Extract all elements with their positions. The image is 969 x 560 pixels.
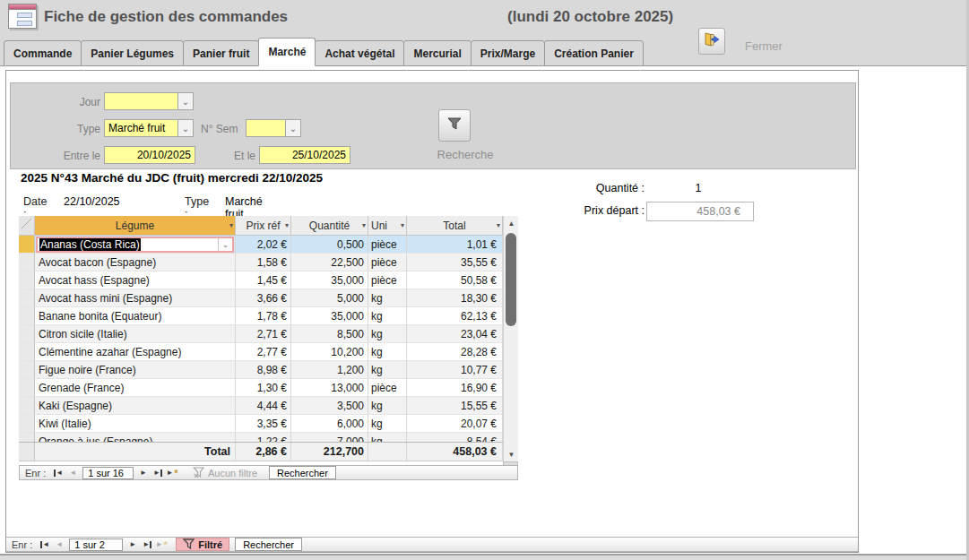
select-all-cell[interactable]: [19, 216, 35, 236]
quantity-value: 1: [680, 182, 716, 194]
main-search-input[interactable]: Rechercher: [235, 538, 302, 551]
column-header-uni[interactable]: Uni ▾: [368, 216, 407, 236]
start-price-label: Prix départ :: [490, 204, 645, 217]
scrollbar-thumb[interactable]: [506, 233, 516, 326]
table-row[interactable]: Grenade (France) 1,30 € 13,000 pièce 16,…: [19, 379, 518, 397]
table-row[interactable]: Kiwi (Italie) 3,35 € 6,000 kg 20,07 €: [19, 415, 518, 433]
search-button-label: Recherche: [411, 148, 519, 161]
funnel-icon: [183, 538, 195, 551]
tab-panier-legumes[interactable]: Panier Légumes: [81, 40, 184, 66]
search-button[interactable]: [438, 109, 471, 142]
market-datasheet: Légume ▾ Prix réf ▾ Quantité ▾ Uni ▾ Tot…: [19, 216, 518, 461]
row-selector[interactable]: [19, 236, 35, 254]
scroll-down-icon[interactable]: ▼: [504, 447, 519, 461]
next-record-button[interactable]: ►: [136, 467, 151, 478]
dropdown-arrow-icon[interactable]: ▾: [497, 221, 500, 229]
door-exit-icon: [704, 32, 720, 50]
table-row[interactable]: Clémentine azahar (Espagne) 2,77 € 10,20…: [19, 343, 518, 361]
total-prix-value: 2,86 €: [236, 443, 291, 461]
last-record-button[interactable]: ►: [151, 467, 165, 478]
no-filter-button[interactable]: Aucun filtre: [186, 466, 264, 479]
quantite-cell[interactable]: 0,500: [291, 236, 368, 254]
table-row[interactable]: Avocat hass (Espagne) 1,45 € 35,000 pièc…: [19, 271, 518, 289]
window-bottom-edge: [0, 554, 969, 560]
dropdown-arrow-icon[interactable]: ▾: [285, 221, 289, 229]
table-row[interactable]: Banane bonita (Equateur) 1,78 € 35,000 k…: [19, 307, 518, 325]
tab-creation-panier[interactable]: Création Panier: [544, 40, 644, 66]
main-record-navigator: Enr : ◄ ◄ 1 sur 2 ► ► ►* Filtré Recherch…: [6, 537, 858, 552]
record-position[interactable]: 1 sur 2: [69, 538, 123, 551]
market-record-title: 2025 N°43 Marché du JDC (fruit) mercredi…: [21, 171, 323, 185]
first-record-button[interactable]: ◄: [38, 538, 52, 550]
date-to-field[interactable]: 25/10/2025: [259, 146, 350, 164]
row-selector[interactable]: [19, 271, 35, 289]
vertical-scrollbar[interactable]: ▲ ▼: [503, 216, 518, 461]
type-combobox[interactable]: Marché fruit ⌄: [104, 119, 194, 137]
filter-funnel-icon: [447, 117, 462, 134]
chevron-down-icon[interactable]: ⌄: [285, 120, 300, 136]
filtered-indicator-button[interactable]: Filtré: [176, 538, 229, 551]
uni-cell[interactable]: pièce: [368, 236, 407, 254]
chevron-down-icon[interactable]: ⌄: [177, 93, 193, 109]
row-selector[interactable]: [19, 254, 35, 271]
table-row[interactable]: Kaki (Espagne) 4,44 € 3,500 kg 15,55 €: [19, 397, 518, 415]
datasheet-header-row: Légume ▾ Prix réf ▾ Quantité ▾ Uni ▾ Tot…: [19, 216, 518, 236]
record-position[interactable]: 1 sur 16: [82, 467, 134, 479]
table-row[interactable]: Citron sicile (Italie) 2,71 € 8,500 kg 2…: [19, 325, 518, 343]
row-selector[interactable]: [19, 361, 35, 379]
dropdown-arrow-icon[interactable]: ▾: [229, 221, 233, 229]
column-header-legume[interactable]: Légume ▾: [35, 216, 236, 236]
prix-cell[interactable]: 2,02 €: [236, 236, 291, 254]
last-record-button[interactable]: ►: [140, 538, 154, 550]
row-selector[interactable]: [19, 379, 35, 397]
row-selector[interactable]: [19, 325, 35, 343]
table-row[interactable]: Figue noire (France) 8,98 € 1,200 kg 10,…: [19, 361, 518, 379]
column-header-prix-ref[interactable]: Prix réf ▾: [236, 216, 291, 236]
scroll-up-icon[interactable]: ▲: [504, 216, 519, 230]
close-button-label: Fermer: [745, 39, 783, 53]
first-record-button[interactable]: ◄: [51, 467, 65, 478]
legume-cell[interactable]: Ananas (Costa Rica) ⌄: [35, 236, 236, 254]
table-row[interactable]: Avocat hass mini (Espagne) 3,66 € 5,000 …: [19, 289, 518, 307]
row-selector[interactable]: [19, 433, 35, 442]
new-record-button[interactable]: ►*: [165, 467, 179, 478]
tab-mercurial[interactable]: Mercurial: [403, 40, 471, 66]
jour-combobox[interactable]: ⌄: [104, 92, 194, 110]
total-cell[interactable]: 1,01 €: [407, 236, 503, 254]
next-record-button[interactable]: ►: [125, 538, 140, 550]
new-record-button[interactable]: ►*: [154, 538, 169, 550]
dropdown-arrow-icon[interactable]: ▾: [362, 221, 366, 229]
date-from-field[interactable]: 20/10/2025: [104, 146, 195, 164]
record-label: Enr :: [25, 468, 46, 478]
start-price-field[interactable]: 458,03 €: [646, 202, 754, 221]
row-selector[interactable]: [19, 343, 35, 361]
column-header-quantite[interactable]: Quantité ▾: [291, 216, 368, 236]
previous-record-button[interactable]: ◄: [65, 467, 80, 478]
subform-record-navigator: Enr : ◄ ◄ 1 sur 16 ► ► ►* Aucun filtre R…: [19, 465, 518, 480]
column-header-total[interactable]: Total ▾: [407, 216, 503, 236]
subform-search-input[interactable]: Rechercher: [269, 466, 336, 479]
close-form-button[interactable]: [698, 28, 725, 55]
row-selector[interactable]: [19, 307, 35, 325]
date-value: 22/10/2025: [64, 195, 120, 208]
jour-label: Jour: [20, 96, 100, 108]
window-title: Fiche de gestion des commandes: [44, 8, 288, 26]
previous-record-button[interactable]: ◄: [52, 538, 66, 550]
table-row-clipped[interactable]: Orange à jus (Espagne) 1,22 € 7,000 kg 8…: [19, 433, 518, 442]
row-selector[interactable]: [19, 415, 35, 433]
num-sem-combobox[interactable]: ⌄: [246, 119, 301, 137]
row-selector[interactable]: [19, 289, 35, 307]
table-row[interactable]: Avocat bacon (Espagne) 1,58 € 22,500 piè…: [19, 254, 518, 271]
row-selector[interactable]: [19, 397, 35, 415]
chevron-down-icon[interactable]: ⌄: [177, 120, 193, 136]
tab-prix-marge[interactable]: Prix/Marge: [471, 40, 545, 66]
table-row[interactable]: Ananas (Costa Rica) ⌄ 2,02 € 0,500 pièce…: [19, 236, 518, 254]
tab-achat-vegetal[interactable]: Achat végétal: [315, 40, 404, 66]
tab-panier-fruit[interactable]: Panier fruit: [183, 40, 259, 66]
total-row: Total 2,86 € 212,700 458,03 €: [19, 442, 518, 461]
tab-commande[interactable]: Commande: [4, 40, 82, 66]
chevron-down-icon[interactable]: ⌄: [218, 238, 232, 251]
tab-marche[interactable]: Marché: [258, 38, 316, 66]
legume-combobox[interactable]: Ananas (Costa Rica) ⌄: [36, 237, 234, 253]
dropdown-arrow-icon[interactable]: ▾: [401, 221, 404, 229]
